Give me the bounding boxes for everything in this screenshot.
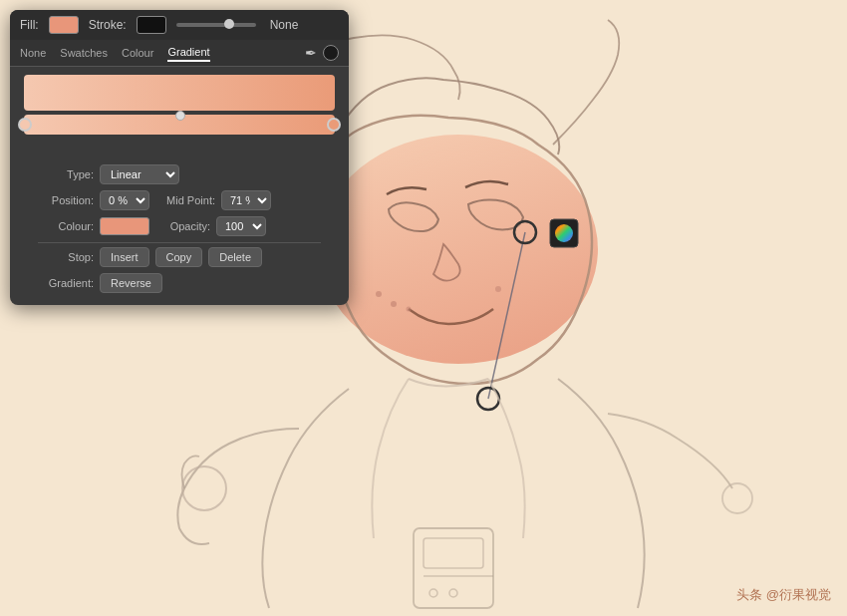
gradient-handle-left[interactable] (18, 118, 32, 132)
midpoint-label: Mid Point: (155, 194, 215, 206)
watermark: 头条 @衍果视觉 (736, 586, 831, 604)
tabs-bar: None Swatches Colour Gradient ✒ (10, 40, 349, 67)
stroke-swatch[interactable] (137, 16, 166, 34)
color-circle[interactable] (323, 45, 339, 61)
copy-button[interactable]: Copy (155, 247, 203, 267)
insert-button[interactable]: Insert (100, 247, 149, 267)
gradient-handle-right[interactable] (327, 118, 341, 132)
gradient-row: Gradient: Reverse (24, 273, 335, 293)
opacity-input[interactable]: 100 % (216, 216, 266, 236)
top-bar: Fill: Stroke: None (10, 10, 349, 40)
stroke-label: Stroke: (89, 18, 127, 32)
type-label: Type: (24, 168, 94, 180)
tab-none[interactable]: None (20, 45, 46, 61)
tab-swatches[interactable]: Swatches (60, 45, 108, 61)
tab-gradient[interactable]: Gradient (167, 44, 209, 62)
fill-swatch[interactable] (49, 16, 79, 34)
divider-1 (38, 242, 321, 243)
position-input[interactable]: 0 % (100, 190, 149, 210)
tab-colour[interactable]: Colour (122, 45, 153, 61)
colour-row: Colour: Opacity: 100 % (24, 216, 335, 236)
colour-swatch[interactable] (100, 217, 149, 235)
eyedropper-icon[interactable]: ✒ (305, 45, 317, 61)
delete-button[interactable]: Delete (208, 247, 262, 267)
gradient-label: Gradient: (24, 277, 94, 289)
type-row: Type: Linear Radial (24, 164, 335, 184)
svg-point-3 (391, 301, 397, 307)
svg-point-4 (407, 307, 412, 312)
svg-point-5 (495, 286, 501, 292)
stroke-none-label: None (270, 18, 299, 32)
gradient-preview-top (24, 75, 335, 111)
watermark-text: 头条 @衍果视觉 (736, 587, 831, 602)
gradient-slider-row (24, 115, 335, 151)
svg-point-2 (376, 291, 382, 297)
colour-label: Colour: (24, 220, 94, 232)
reverse-button[interactable]: Reverse (100, 273, 162, 293)
position-row: Position: 0 % Mid Point: 71 % (24, 190, 335, 210)
form-section: Type: Linear Radial Position: 0 % Mid Po… (10, 158, 349, 305)
opacity-label: Opacity: (155, 220, 210, 232)
position-label: Position: (24, 194, 94, 206)
stroke-slider-track[interactable] (176, 23, 256, 27)
svg-point-17 (555, 224, 573, 242)
gradient-handle-mid[interactable] (175, 111, 185, 121)
gradient-panel: Fill: Stroke: None None Swatches Colour … (10, 10, 349, 305)
canvas-area: 头条 @衍果视觉 Fill: Stroke: None None Swatche… (0, 0, 847, 616)
midpoint-input[interactable]: 71 % (221, 190, 271, 210)
stop-row: Stop: Insert Copy Delete (24, 247, 335, 267)
type-select[interactable]: Linear Radial (100, 164, 179, 184)
fill-label: Fill: (20, 18, 39, 32)
stroke-slider-thumb (224, 19, 234, 29)
stop-label: Stop: (24, 251, 94, 263)
gradient-slider-track[interactable] (24, 115, 335, 135)
